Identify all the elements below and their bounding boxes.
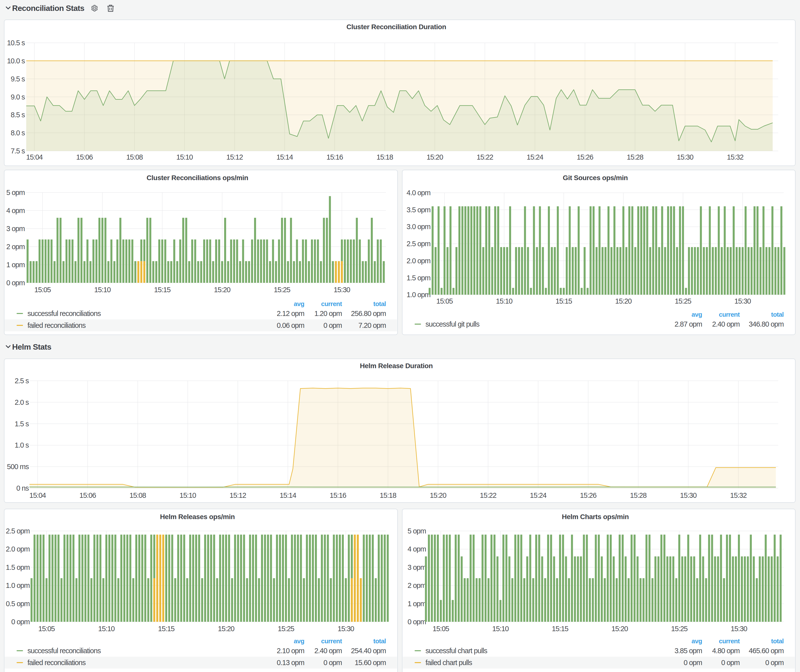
svg-text:0 opm: 0 opm xyxy=(407,618,426,626)
svg-text:2.12 opm: 2.12 opm xyxy=(277,310,304,317)
svg-text:9.0 s: 9.0 s xyxy=(11,93,25,101)
svg-text:2.0 s: 2.0 s xyxy=(14,398,29,406)
svg-text:4.0 opm: 4.0 opm xyxy=(407,189,430,197)
svg-text:2.40 opm: 2.40 opm xyxy=(712,320,740,328)
svg-text:1.0 opm: 1.0 opm xyxy=(407,291,430,299)
svg-text:successful git pulls: successful git pulls xyxy=(426,320,479,328)
svg-text:total: total xyxy=(373,637,386,645)
svg-text:0 opm: 0 opm xyxy=(323,659,342,667)
svg-text:346.80 opm: 346.80 opm xyxy=(749,320,784,328)
svg-text:15.60 opm: 15.60 opm xyxy=(355,659,386,667)
svg-text:15:06: 15:06 xyxy=(79,491,96,499)
svg-text:3 opm: 3 opm xyxy=(6,225,25,233)
svg-text:15:25: 15:25 xyxy=(675,297,691,305)
svg-text:15:14: 15:14 xyxy=(280,491,296,499)
svg-text:failed reconciliations: failed reconciliations xyxy=(27,322,86,329)
svg-text:1 opm: 1 opm xyxy=(407,600,426,608)
svg-text:avg: avg xyxy=(692,637,702,645)
svg-text:Reconciliation Stats: Reconciliation Stats xyxy=(12,4,84,13)
svg-text:15:26: 15:26 xyxy=(580,491,597,499)
svg-text:15:20: 15:20 xyxy=(430,491,446,499)
svg-text:0.13 opm: 0.13 opm xyxy=(277,659,304,667)
svg-text:successful reconciliations: successful reconciliations xyxy=(27,310,101,317)
svg-text:2.87 opm: 2.87 opm xyxy=(675,320,702,328)
svg-text:0 opm: 0 opm xyxy=(11,618,30,626)
svg-text:15:15: 15:15 xyxy=(158,625,174,633)
svg-text:15:12: 15:12 xyxy=(226,153,243,161)
svg-text:15:25: 15:25 xyxy=(671,625,688,633)
svg-text:15:32: 15:32 xyxy=(727,153,744,161)
svg-text:15:30: 15:30 xyxy=(731,625,747,633)
svg-text:0 opm: 0 opm xyxy=(721,659,740,667)
svg-text:3.85 opm: 3.85 opm xyxy=(675,647,702,655)
svg-text:15:25: 15:25 xyxy=(278,625,294,633)
svg-text:total: total xyxy=(373,300,386,307)
svg-text:5 opm: 5 opm xyxy=(407,527,426,535)
svg-text:465.60 opm: 465.60 opm xyxy=(749,647,784,655)
svg-text:2.40 opm: 2.40 opm xyxy=(314,647,342,655)
svg-text:2 opm: 2 opm xyxy=(6,243,25,251)
svg-text:15:05: 15:05 xyxy=(38,625,55,633)
svg-text:1 opm: 1 opm xyxy=(6,261,25,269)
svg-text:1.5 s: 1.5 s xyxy=(14,420,29,428)
svg-text:15:30: 15:30 xyxy=(677,153,693,161)
svg-text:15:08: 15:08 xyxy=(126,153,143,161)
svg-text:15:16: 15:16 xyxy=(330,491,346,499)
svg-text:4 opm: 4 opm xyxy=(407,545,426,553)
svg-text:2 opm: 2 opm xyxy=(407,581,426,589)
svg-text:2.5 opm: 2.5 opm xyxy=(6,527,30,535)
svg-text:15:22: 15:22 xyxy=(477,153,493,161)
svg-text:total: total xyxy=(771,311,784,318)
svg-text:1.0 opm: 1.0 opm xyxy=(6,581,30,589)
svg-text:2.0 opm: 2.0 opm xyxy=(6,545,30,553)
svg-text:1.0 s: 1.0 s xyxy=(14,441,29,449)
svg-text:1.5 opm: 1.5 opm xyxy=(6,563,30,571)
svg-text:15:16: 15:16 xyxy=(326,153,343,161)
svg-text:15:20: 15:20 xyxy=(615,297,632,305)
svg-text:15:20: 15:20 xyxy=(214,286,230,294)
svg-text:15:12: 15:12 xyxy=(230,491,246,499)
svg-text:15:10: 15:10 xyxy=(179,491,196,499)
svg-text:Helm Stats: Helm Stats xyxy=(12,342,51,351)
svg-text:avg: avg xyxy=(692,311,702,318)
svg-text:5 opm: 5 opm xyxy=(6,189,25,197)
svg-text:2.5 opm: 2.5 opm xyxy=(407,240,430,248)
svg-text:Helm Releases ops/min: Helm Releases ops/min xyxy=(160,513,235,521)
svg-text:0.06 opm: 0.06 opm xyxy=(277,322,304,329)
svg-text:15:15: 15:15 xyxy=(154,286,171,294)
svg-text:9.5 s: 9.5 s xyxy=(11,75,25,83)
svg-text:2.10 opm: 2.10 opm xyxy=(277,647,304,655)
svg-text:failed chart pulls: failed chart pulls xyxy=(426,659,472,667)
svg-text:15:22: 15:22 xyxy=(480,491,496,499)
svg-text:500 ms: 500 ms xyxy=(7,463,29,470)
svg-text:10.0 s: 10.0 s xyxy=(7,57,25,65)
svg-text:15:10: 15:10 xyxy=(496,297,512,305)
svg-text:15:10: 15:10 xyxy=(98,625,115,633)
svg-text:15:14: 15:14 xyxy=(276,153,293,161)
svg-text:15:30: 15:30 xyxy=(734,297,751,305)
svg-text:2.5 s: 2.5 s xyxy=(14,377,29,385)
svg-text:15:32: 15:32 xyxy=(730,491,747,499)
svg-text:0 opm: 0 opm xyxy=(765,659,784,667)
svg-text:current: current xyxy=(719,311,740,318)
svg-text:2.0 opm: 2.0 opm xyxy=(407,257,430,265)
svg-text:10.5 s: 10.5 s xyxy=(7,39,25,47)
svg-text:15:10: 15:10 xyxy=(176,153,193,161)
svg-text:7.5 s: 7.5 s xyxy=(11,147,25,155)
svg-text:Helm Charts ops/min: Helm Charts ops/min xyxy=(562,513,629,521)
svg-text:8.5 s: 8.5 s xyxy=(11,111,25,119)
svg-text:15:20: 15:20 xyxy=(218,625,235,633)
svg-text:current: current xyxy=(719,637,740,645)
svg-text:15:04: 15:04 xyxy=(29,491,46,499)
svg-text:15:05: 15:05 xyxy=(433,625,449,633)
svg-text:15:30: 15:30 xyxy=(334,286,350,294)
svg-text:15:10: 15:10 xyxy=(94,286,111,294)
svg-text:3 opm: 3 opm xyxy=(407,563,426,571)
svg-text:0 opm: 0 opm xyxy=(6,279,25,287)
svg-text:0 opm: 0 opm xyxy=(323,322,342,329)
svg-text:15:05: 15:05 xyxy=(34,286,51,294)
svg-text:4.80 opm: 4.80 opm xyxy=(712,647,740,655)
svg-text:failed reconciliations: failed reconciliations xyxy=(27,659,86,667)
svg-text:15:30: 15:30 xyxy=(680,491,697,499)
svg-text:7.20 opm: 7.20 opm xyxy=(358,322,386,329)
